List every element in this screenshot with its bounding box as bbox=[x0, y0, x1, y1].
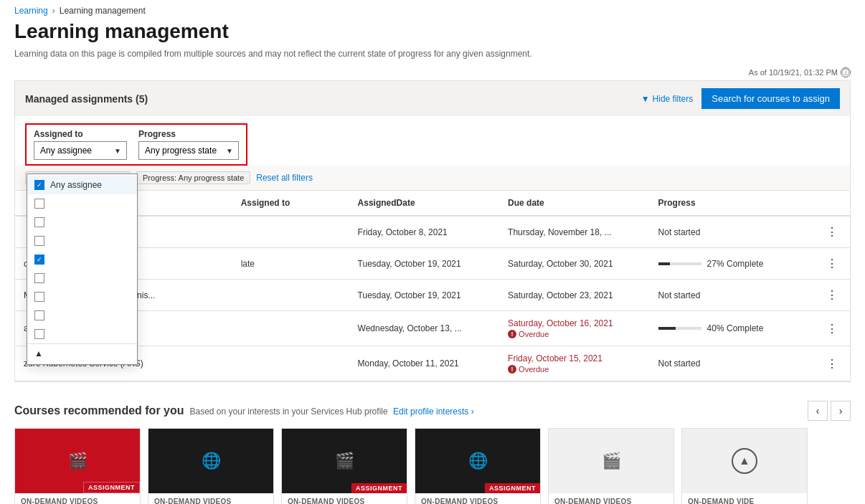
progress-track bbox=[658, 262, 701, 265]
reset-filters-button[interactable]: Reset all filters bbox=[256, 173, 313, 183]
courses-prev-button[interactable]: ‹ bbox=[808, 401, 828, 421]
item8-checkbox bbox=[34, 329, 44, 339]
search-assign-button[interactable]: Search for courses to assign bbox=[701, 88, 840, 109]
table-container: Assigned to AssignedDate Due date Progre… bbox=[14, 191, 851, 382]
info-icon[interactable]: ⓘ bbox=[841, 67, 851, 77]
row3-more: ⋮ bbox=[816, 280, 850, 311]
item1-checkbox bbox=[34, 199, 44, 209]
breadcrumb-parent-link[interactable]: Learning bbox=[14, 6, 48, 16]
courses-next-button[interactable]: › bbox=[831, 401, 851, 421]
course-card[interactable]: ▲ ON-DEMAND VIDE bbox=[681, 428, 808, 504]
dropdown-item-any-assignee[interactable]: ✓ Any assignee bbox=[27, 176, 137, 194]
row1-assigned-to bbox=[232, 216, 349, 248]
row5-due-overdue: Friday, October 15, 2021 ! Overdue bbox=[508, 353, 641, 374]
assigned-to-select[interactable]: Any assignee bbox=[34, 141, 127, 160]
col-header-progress: Progress bbox=[650, 191, 817, 216]
item3-checkbox bbox=[34, 236, 44, 246]
table-row: ation Skills Wednesday, October 13, ... … bbox=[15, 311, 850, 346]
course-card[interactable]: 🎬 ASSIGNMENT ON-DEMAND VIDEOS bbox=[14, 428, 141, 504]
row5-progress: Not started bbox=[650, 346, 817, 381]
row5-more: ⋮ bbox=[816, 346, 850, 381]
course-type: ON-DEMAND VIDEOS bbox=[549, 493, 673, 504]
row4-more-button[interactable]: ⋮ bbox=[822, 320, 842, 337]
dropdown-item-4[interactable]: ✓ bbox=[27, 250, 137, 269]
page-title: Learning management bbox=[0, 17, 865, 46]
row1-progress: Not started bbox=[650, 216, 817, 248]
filter-icon: ▼ bbox=[641, 94, 650, 104]
item5-checkbox bbox=[34, 273, 44, 283]
table-row: Manager: Concepts and Adminis... Tuesday… bbox=[15, 280, 850, 311]
course-card[interactable]: 🌐 ASSIGNMENT ON-DEMAND VIDEOS bbox=[415, 428, 541, 504]
row4-due-date-text: Saturday, October 16, 2021 bbox=[508, 318, 641, 328]
row2-more: ⋮ bbox=[816, 248, 850, 280]
row4-overdue-badge: ! Overdue bbox=[508, 330, 641, 338]
table-header-bar: Managed assignments (5) ▼ Hide filters S… bbox=[14, 80, 851, 116]
row5-assigned-date: Monday, October 11, 2021 bbox=[349, 346, 500, 381]
video-icon: 🎬 bbox=[335, 452, 354, 470]
course-thumbnail: 🌐 bbox=[148, 429, 273, 493]
row3-progress: Not started bbox=[650, 280, 817, 311]
dropdown-item-6[interactable] bbox=[27, 287, 137, 306]
courses-header: Courses recommended for you Based on you… bbox=[14, 401, 851, 421]
course-thumbnail: ▲ bbox=[682, 429, 807, 493]
course-thumbnail: 🎬 ASSIGNMENT bbox=[282, 429, 407, 493]
row3-due-date: Saturday, October 23, 2021 bbox=[499, 280, 650, 311]
row3-more-button[interactable]: ⋮ bbox=[822, 287, 842, 303]
edit-profile-link[interactable]: Edit profile interests › bbox=[393, 406, 474, 417]
table-title: Managed assignments (5) bbox=[25, 93, 148, 105]
course-card[interactable]: 🎬 ASSIGNMENT ON-DEMAND VIDEOS bbox=[281, 428, 407, 504]
courses-grid: 🎬 ASSIGNMENT ON-DEMAND VIDEOS 🌐 ON-DEMAN… bbox=[14, 428, 851, 504]
course-type: ON-DEMAND VIDEOS bbox=[415, 493, 540, 504]
row1-due-date: Thursday, November 18, ... bbox=[499, 216, 650, 248]
col-header-due-date: Due date bbox=[499, 191, 650, 216]
progress-select[interactable]: Any progress state bbox=[138, 141, 239, 160]
dropdown-item-2[interactable] bbox=[27, 213, 137, 232]
dropdown-item-7[interactable] bbox=[27, 306, 137, 325]
breadcrumb-separator: › bbox=[52, 6, 55, 16]
globe-icon: 🌐 bbox=[468, 452, 488, 470]
overdue-text: Overdue bbox=[519, 330, 549, 338]
more-icon: ▲ bbox=[34, 348, 43, 358]
overdue-text: Overdue bbox=[519, 365, 549, 374]
row2-more-button[interactable]: ⋮ bbox=[822, 255, 842, 272]
item7-checkbox bbox=[34, 310, 44, 320]
courses-subtitle: Based on your interests in your Services… bbox=[190, 406, 474, 417]
row2-progress: 27% Complete bbox=[650, 248, 817, 280]
progress-fill bbox=[658, 327, 676, 330]
row2-progress-bar: 27% Complete bbox=[658, 259, 808, 269]
progress-label: 27% Complete bbox=[707, 259, 764, 269]
filter-tag-progress: Progress: Any progress state bbox=[136, 171, 250, 184]
table-row: Friday, October 8, 2021 Thursday, Novemb… bbox=[15, 216, 850, 248]
dropdown-item-1[interactable] bbox=[27, 194, 137, 213]
active-filters-bar: Assigned to: Any assignee Progress: Any … bbox=[14, 166, 851, 191]
table-header-actions: ▼ Hide filters Search for courses to ass… bbox=[641, 88, 840, 109]
progress-dropdown-wrapper: Any progress state ▼ bbox=[138, 141, 239, 160]
row5-more-button[interactable]: ⋮ bbox=[822, 356, 842, 372]
row2-assigned-to: late bbox=[232, 248, 349, 280]
progress-label: Progress bbox=[138, 129, 239, 139]
course-card[interactable]: 🌐 ON-DEMAND VIDEOS bbox=[148, 428, 274, 504]
hide-filters-button[interactable]: ▼ Hide filters bbox=[641, 94, 694, 104]
assignee-dropdown-popup: ✓ Any assignee ✓ bbox=[27, 173, 138, 365]
col-header-assigned-date: AssignedDate bbox=[349, 191, 500, 216]
dropdown-item-5[interactable] bbox=[27, 269, 137, 287]
item6-checkbox bbox=[34, 292, 44, 302]
row5-due-date: Friday, October 15, 2021 ! Overdue bbox=[499, 346, 650, 381]
course-type: ON-DEMAND VIDEOS bbox=[15, 493, 140, 504]
assignments-table: Assigned to AssignedDate Due date Progre… bbox=[15, 191, 850, 381]
row4-assigned-date: Wednesday, October 13, ... bbox=[349, 311, 500, 346]
as-of-text: As of 10/19/21, 01:32 PM bbox=[749, 68, 838, 77]
dropdown-item-3[interactable] bbox=[27, 232, 137, 250]
dropdown-item-more[interactable]: ▲ bbox=[27, 343, 137, 363]
table-header-row: Assigned to AssignedDate Due date Progre… bbox=[15, 191, 850, 216]
dropdown-item-8[interactable] bbox=[27, 325, 137, 343]
course-card[interactable]: 🎬 ON-DEMAND VIDEOS bbox=[548, 428, 674, 504]
col-header-action bbox=[816, 191, 850, 216]
course-type: ON-DEMAND VIDEOS bbox=[148, 493, 273, 504]
any-assignee-label: Any assignee bbox=[50, 180, 102, 190]
breadcrumb-current: Learning management bbox=[60, 6, 146, 16]
breadcrumb: Learning › Learning management bbox=[0, 0, 865, 17]
courses-title: Courses recommended for you bbox=[14, 404, 184, 417]
row1-more-button[interactable]: ⋮ bbox=[822, 224, 842, 240]
page-subtitle: Learning data on this page is compiled f… bbox=[0, 46, 865, 67]
